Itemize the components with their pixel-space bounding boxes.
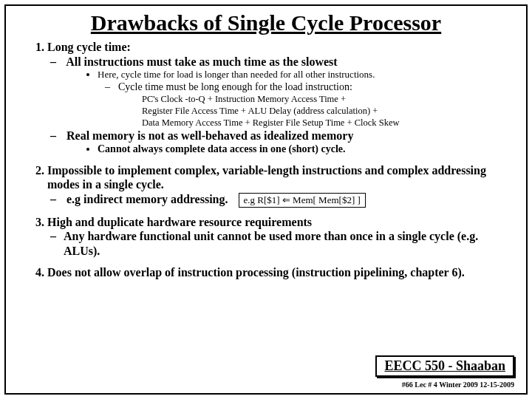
point-4: Does not allow overlap of instruction pr… (47, 265, 513, 280)
point-3: High and duplicate hardware resource req… (47, 215, 513, 259)
point-1-cycletime: Cycle time must be long enough for the l… (118, 81, 513, 93)
point-1-sub-1: All instructions must take as much time … (64, 55, 513, 129)
point-1-sub-2: Real memory is not as well-behaved as id… (64, 129, 513, 156)
point-2: Impossible to implement complex, variabl… (47, 163, 513, 208)
point-4-heading: Does not allow overlap of instruction pr… (47, 266, 465, 279)
indirect-addressing-box: e.g R[$1] ⇐ Mem[ Mem[$2] ] (239, 193, 366, 208)
slide-frame: Drawbacks of Single Cycle Processor Long… (4, 4, 528, 395)
point-1-bullet-2: Cannot always complete data access in on… (98, 143, 513, 155)
point-3-heading: High and duplicate hardware resource req… (47, 216, 312, 228)
point-3-sub-1: Any hardware functional unit cannot be u… (64, 229, 513, 258)
point-1: Long cycle time: All instructions must t… (47, 40, 513, 156)
slide-title: Drawbacks of Single Cycle Processor (19, 10, 513, 35)
point-2-sub-1-text: e.g indirect memory addressing. (66, 193, 228, 205)
footer-meta: #66 Lec # 4 Winter 2009 12-15-2009 (402, 381, 514, 389)
calc-line-3: Data Memory Access Time + Register File … (98, 117, 513, 129)
calc-line-1: PC's Clock -to-Q + Instruction Memory Ac… (98, 93, 513, 105)
footer-badge: EECC 550 - Shaaban (375, 355, 514, 377)
point-1-sub-2-text: Real memory is not as well-behaved as id… (66, 129, 353, 142)
calc-line-2: Register File Access Time + ALU Delay (a… (98, 105, 513, 117)
point-1-heading: Long cycle time: (47, 41, 131, 53)
point-2-sub-1: e.g indirect memory addressing. e.g R[$1… (64, 192, 513, 208)
slide-content: Long cycle time: All instructions must t… (19, 40, 513, 280)
point-1-sub-1-text: All instructions must take as much time … (66, 55, 338, 68)
point-1-bullet-1: Here, cycle time for load is longer than… (98, 69, 513, 129)
point-1-bullet-1-text: Here, cycle time for load is longer than… (98, 69, 375, 80)
point-2-heading: Impossible to implement complex, variabl… (47, 164, 486, 191)
